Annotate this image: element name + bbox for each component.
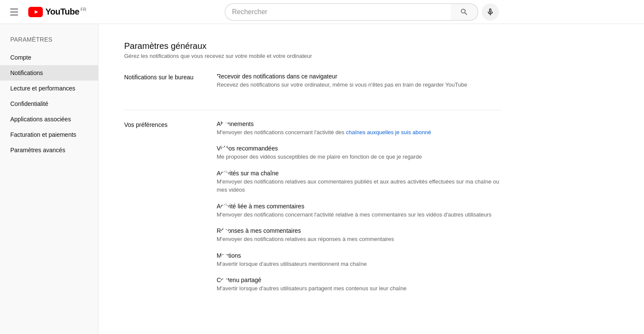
toggle-desc-reponses-commentaires: M'envoyer des notifications relatives au…: [217, 235, 394, 244]
toggle-content-activites-chaine: Activités sur ma chaîne M'envoyer des no…: [217, 170, 501, 194]
sidebar-item-compte[interactable]: Compte: [0, 50, 98, 65]
logo-fr: FR: [80, 7, 86, 12]
toggle-content-contenu-partage: Contenu partagé M'avertir lorsque d'autr…: [217, 277, 407, 293]
header-center: [86, 3, 637, 21]
search-button[interactable]: [451, 3, 478, 21]
setting-group-desktop: Notifications sur le bureau Recevoir des…: [124, 73, 501, 98]
toggle-desc-contenu-partage: M'avertir lorsque d'autres utilisateurs …: [217, 284, 407, 293]
toggle-title-browser-notif: Recevoir des notifications dans ce navig…: [217, 73, 467, 80]
toggle-desc-mentions: M'avertir lorsque d'autres utilisateurs …: [217, 260, 367, 268]
toggle-title-activite-commentaires: Activité liée à mes commentaires: [217, 203, 492, 210]
svg-marker-0: [35, 10, 38, 14]
sidebar-item-avances[interactable]: Paramètres avancés: [0, 142, 98, 158]
toggle-content-browser-notif: Recevoir des notifications dans ce navig…: [217, 73, 467, 89]
menu-icon[interactable]: [7, 5, 21, 19]
main-content: Paramètres généraux Gérez les notificati…: [98, 24, 527, 334]
toggle-content-abonnements: Abonnements M'envoyer des notifications …: [217, 120, 431, 137]
toggle-title-videos-recommandees: Vidéos recommandées: [217, 145, 422, 152]
search-input[interactable]: [225, 3, 451, 21]
toggle-row-activites-chaine: Activités sur ma chaîne M'envoyer des no…: [210, 170, 501, 194]
toggle-title-activites-chaine: Activités sur ma chaîne: [217, 170, 501, 177]
sidebar-item-facturation[interactable]: Facturation et paiements: [0, 127, 98, 142]
abonnements-link[interactable]: chaînes auxquelles je suis abonné: [346, 129, 431, 135]
toggle-desc-abonnements: M'envoyer des notifications concernant l…: [217, 128, 431, 137]
youtube-logo-icon: [28, 7, 43, 17]
toggle-content-mentions: Mentions M'avertir lorsque d'autres util…: [217, 252, 367, 268]
mic-icon: [486, 8, 495, 16]
setting-label-preferences: Vos préférences: [124, 120, 210, 128]
divider: [124, 110, 501, 110]
toggle-title-abonnements: Abonnements: [217, 120, 431, 127]
search-icon: [460, 8, 468, 16]
toggle-row-videos-recommandees: Vidéos recommandées Me proposer des vidé…: [210, 145, 501, 161]
toggle-row-contenu-partage: Contenu partagé M'avertir lorsque d'autr…: [210, 277, 501, 293]
setting-options-preferences: Abonnements M'envoyer des notifications …: [210, 120, 501, 301]
sidebar-item-notifications[interactable]: Notifications: [0, 65, 98, 81]
setting-group-preferences: Vos préférences Abonnements M'envoyer de…: [124, 120, 501, 301]
sidebar-item-applications[interactable]: Applications associées: [0, 111, 98, 127]
layout: PARAMÈTRES Compte Notifications Lecture …: [0, 24, 644, 334]
toggle-row-activite-commentaires: Activité liée à mes commentaires M'envoy…: [210, 203, 501, 219]
mic-button[interactable]: [482, 3, 499, 21]
toggle-row-reponses-commentaires: Réponses à mes commentaires M'envoyer de…: [210, 227, 501, 244]
toggle-content-reponses-commentaires: Réponses à mes commentaires M'envoyer de…: [217, 227, 394, 244]
sidebar: PARAMÈTRES Compte Notifications Lecture …: [0, 24, 98, 334]
toggle-desc-videos-recommandees: Me proposer des vidéos susceptibles de m…: [217, 153, 422, 161]
header-left: YouTube FR: [7, 5, 86, 19]
sidebar-section-title: PARAMÈTRES: [0, 33, 98, 50]
toggle-title-mentions: Mentions: [217, 252, 367, 259]
setting-options-desktop: Recevoir des notifications dans ce navig…: [210, 73, 501, 98]
toggle-title-contenu-partage: Contenu partagé: [217, 277, 407, 283]
section-title: Paramètres généraux: [124, 41, 501, 51]
toggle-desc-activite-commentaires: M'envoyer des notifications concernant l…: [217, 211, 492, 219]
search-bar: [225, 3, 499, 21]
section-desc: Gérez les notifications que vous recevez…: [124, 53, 501, 59]
header: YouTube FR: [0, 0, 644, 24]
setting-label-desktop: Notifications sur le bureau: [124, 73, 210, 81]
toggle-content-activite-commentaires: Activité liée à mes commentaires M'envoy…: [217, 203, 492, 219]
toggle-row-mentions: Mentions M'avertir lorsque d'autres util…: [210, 252, 501, 268]
logo[interactable]: YouTube FR: [28, 7, 86, 17]
sidebar-item-lecture[interactable]: Lecture et performances: [0, 81, 98, 96]
toggle-title-reponses-commentaires: Réponses à mes commentaires: [217, 227, 394, 234]
sidebar-item-confidentialite[interactable]: Confidentialité: [0, 96, 98, 111]
logo-text: YouTube: [45, 7, 79, 17]
toggle-row-browser-notif: Recevoir des notifications dans ce navig…: [210, 73, 501, 89]
toggle-desc-browser-notif: Recevez des notifications sur votre ordi…: [217, 81, 467, 89]
toggle-content-videos-recommandees: Vidéos recommandées Me proposer des vidé…: [217, 145, 422, 161]
toggle-desc-activites-chaine: M'envoyer des notifications relatives au…: [217, 178, 501, 194]
toggle-row-abonnements: Abonnements M'envoyer des notifications …: [210, 120, 501, 137]
